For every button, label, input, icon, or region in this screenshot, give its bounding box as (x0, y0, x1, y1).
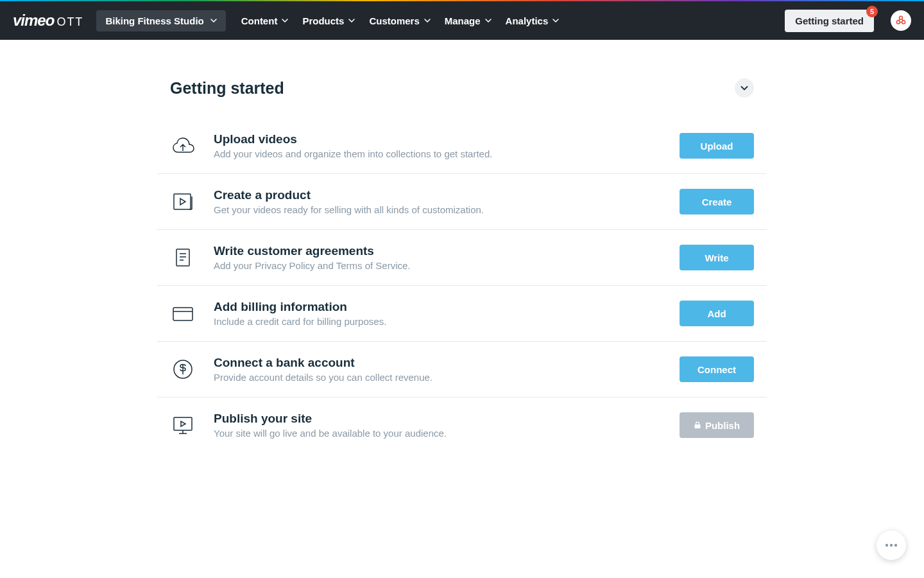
nav-analytics-label: Analytics (506, 15, 549, 26)
main: Getting started Upload videos Add your v… (157, 40, 767, 453)
getting-started-button[interactable]: Getting started (785, 10, 874, 32)
create-button[interactable]: Create (680, 189, 754, 215)
nav-content-label: Content (241, 15, 278, 26)
publish-button[interactable]: Publish (680, 412, 754, 438)
connect-button[interactable]: Connect (680, 356, 754, 382)
avatar-icon (894, 14, 907, 27)
step-write-agreements: Write customer agreements Add your Priva… (157, 230, 767, 286)
step-desc: Include a credit card for billing purpos… (214, 316, 662, 327)
getting-started-button-wrapper: Getting started 5 (785, 10, 874, 32)
more-horizontal-icon (885, 543, 898, 547)
lock-icon (694, 421, 701, 429)
step-text: Write customer agreements Add your Priva… (214, 244, 662, 271)
avatar[interactable] (891, 10, 911, 31)
chevron-down-icon (348, 19, 355, 22)
step-text: Connect a bank account Provide account d… (214, 356, 662, 383)
svg-point-1 (896, 21, 900, 24)
brand-logo[interactable]: vimeo OTT (13, 12, 83, 30)
step-title: Write customer agreements (214, 244, 662, 258)
nav-manage[interactable]: Manage (445, 15, 492, 26)
step-connect-bank: Connect a bank account Provide account d… (157, 342, 767, 398)
step-text: Add billing information Include a credit… (214, 300, 662, 327)
step-desc: Provide account details so you can colle… (214, 372, 662, 383)
svg-point-9 (890, 544, 893, 547)
chevron-down-icon (210, 19, 217, 22)
nav-analytics[interactable]: Analytics (506, 15, 560, 26)
nav-content[interactable]: Content (241, 15, 289, 26)
svg-rect-4 (176, 249, 189, 266)
chevron-down-icon (485, 19, 492, 22)
video-product-icon (170, 189, 196, 215)
svg-rect-5 (173, 308, 193, 320)
more-fab[interactable] (877, 530, 906, 560)
dollar-icon (170, 356, 196, 382)
step-title: Create a product (214, 188, 662, 202)
chevron-down-icon (740, 85, 748, 91)
step-title: Upload videos (214, 132, 662, 146)
svg-point-8 (886, 544, 888, 547)
brand-vimeo: vimeo (13, 12, 54, 30)
step-create-product: Create a product Get your videos ready f… (157, 174, 767, 230)
nav-products-label: Products (302, 15, 344, 26)
document-icon (170, 245, 196, 270)
chevron-down-icon (282, 19, 288, 22)
collapse-button[interactable] (735, 78, 754, 98)
chevron-down-icon (424, 19, 431, 22)
step-desc: Add your videos and organize them into c… (214, 148, 662, 159)
brand-ott: OTT (56, 15, 83, 29)
page-title: Getting started (170, 79, 284, 98)
workspace-name: Biking Fitness Studio (105, 15, 203, 26)
chevron-down-icon (552, 19, 559, 22)
step-title: Add billing information (214, 300, 662, 314)
page-header-row: Getting started (157, 78, 767, 98)
step-desc: Add your Privacy Policy and Terms of Ser… (214, 260, 662, 271)
workspace-selector[interactable]: Biking Fitness Studio (96, 10, 225, 31)
write-button[interactable]: Write (680, 245, 754, 270)
svg-rect-3 (174, 194, 191, 209)
top-nav: vimeo OTT Biking Fitness Studio Content … (0, 1, 924, 40)
svg-rect-7 (174, 417, 192, 430)
svg-point-10 (894, 544, 897, 547)
step-title: Publish your site (214, 412, 662, 426)
nav-manage-label: Manage (445, 15, 481, 26)
nav-customers-label: Customers (369, 15, 419, 26)
cloud-upload-icon (170, 133, 196, 159)
step-publish-site: Publish your site Your site will go live… (157, 398, 767, 453)
credit-card-icon (170, 301, 196, 326)
step-desc: Get your videos ready for selling with a… (214, 204, 662, 215)
step-text: Create a product Get your videos ready f… (214, 188, 662, 215)
step-text: Publish your site Your site will go live… (214, 412, 662, 439)
svg-point-2 (902, 21, 905, 24)
step-upload-videos: Upload videos Add your videos and organi… (157, 118, 767, 174)
add-button[interactable]: Add (680, 301, 754, 326)
step-text: Upload videos Add your videos and organi… (214, 132, 662, 159)
step-title: Connect a bank account (214, 356, 662, 370)
nav-customers[interactable]: Customers (369, 15, 430, 26)
publish-button-label: Publish (705, 420, 740, 431)
step-add-billing: Add billing information Include a credit… (157, 286, 767, 342)
upload-button[interactable]: Upload (680, 133, 754, 159)
nav-items: Content Products Customers Manage Analyt… (241, 15, 560, 26)
monitor-play-icon (170, 412, 196, 438)
getting-started-badge: 5 (866, 6, 878, 17)
nav-products[interactable]: Products (302, 15, 355, 26)
step-desc: Your site will go live and be available … (214, 428, 662, 439)
